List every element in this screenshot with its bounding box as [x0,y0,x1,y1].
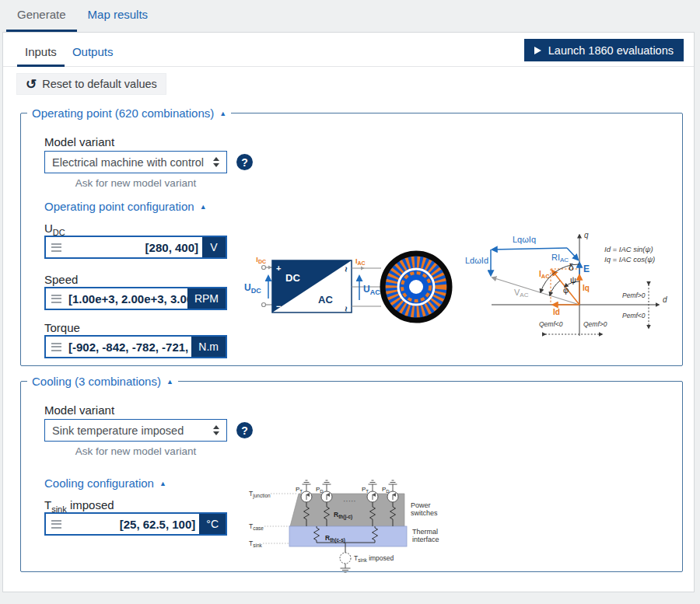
svg-text:PD: PD [382,486,390,494]
speed-input-group: [1.00e+3, 2.00e+3, 3.00 RPM [44,287,227,310]
cooling-model-variant-select[interactable]: Sink temperature imposed [44,419,227,442]
tab-generate[interactable]: Generate [6,0,77,32]
svg-text:Qemf>0: Qemf>0 [583,320,607,328]
svg-text:Pemf>0: Pemf>0 [622,292,646,299]
svg-text:−: − [276,302,281,311]
tab-inputs[interactable]: Inputs [17,37,65,67]
svg-text:+: + [276,264,281,273]
phasor-diagram: q d LqωIq LdωId RIAC E VAC IAC Iq Id [464,227,686,345]
svg-text:φ: φ [563,285,569,295]
svg-text:VAC: VAC [514,288,529,299]
reset-label: Reset to default values [42,78,157,90]
collapse-icon: ▲ [159,480,166,487]
udc-unit: V [202,237,226,257]
svg-text:Tsink: Tsink [249,539,263,548]
launch-evaluations-button[interactable]: Launch 1860 evaluations [524,39,684,61]
cooling-section: Cooling (3 combinations) ▲ Model variant… [20,375,683,572]
help-icon[interactable]: ? [236,422,253,438]
svg-text:ψ: ψ [570,275,576,285]
torque-input-group: [-902, -842, -782, -721, N.m [44,335,227,358]
svg-text:·····: ····· [343,497,356,505]
drag-handle-icon[interactable] [46,288,65,309]
udc-label: UDC [44,222,65,237]
svg-text:q: q [584,231,589,239]
thermal-stack-diagram: Tjunction Tcase Tsink PT [235,466,445,582]
tsink-input-group: [25, 62.5, 100] °C [44,512,227,536]
top-tab-bar: Generate Map results [0,0,159,32]
svg-text:PT: PT [296,486,303,494]
ask-new-model-variant-link[interactable]: Ask for new model variant [44,177,227,189]
svg-text:E: E [583,264,590,274]
svg-text:Id: Id [553,308,560,316]
torque-unit: N.m [191,337,226,357]
tsink-input[interactable]: [25, 62.5, 100] [65,514,199,534]
svg-text:LqωIq: LqωIq [513,235,536,244]
svg-text:PT: PT [362,486,369,494]
svg-text:Iq = IAC cos(ψ): Iq = IAC cos(ψ) [604,255,655,264]
udc-input[interactable]: [280, 400] [65,237,202,257]
uac-diagram-label: UAC [363,284,380,296]
svg-text:RIAC: RIAC [551,253,569,264]
motor-icon [383,253,450,320]
svg-text:~: ~ [340,306,351,312]
model-variant-label: Model variant [44,135,114,148]
ask-new-model-variant-link[interactable]: Ask for new model variant [44,445,227,457]
torque-input[interactable]: [-902, -842, -782, -721, [65,337,191,357]
speed-unit: RPM [187,288,226,309]
iac-label: IAC [355,257,366,266]
cooling-legend[interactable]: Cooling (3 combinations) ▲ [27,375,178,388]
svg-text:Tsink imposed: Tsink imposed [354,554,394,563]
operating-point-legend[interactable]: Operating point (620 combinations) ▲ [27,106,231,120]
reset-icon: ↺ [26,78,37,91]
svg-text:Tcase: Tcase [249,522,264,531]
tsink-unit: °C [199,514,226,534]
svg-text:Id = IAC sin(ψ): Id = IAC sin(ψ) [604,245,653,253]
model-variant-label: Model variant [44,403,114,417]
svg-text:interface: interface [412,536,439,543]
select-arrows-icon [213,425,219,435]
svg-text:~: ~ [340,267,351,272]
tab-map-results[interactable]: Map results [77,0,159,32]
tsink-label: Tsink imposed [44,498,114,514]
ac-label: AC [318,294,333,305]
svg-text:LdωId: LdωId [465,256,488,265]
svg-text:Iq: Iq [583,284,590,292]
tab-outputs[interactable]: Outputs [65,37,121,67]
svg-text:Pemf<0: Pemf<0 [622,312,646,319]
speed-label: Speed [44,273,78,288]
svg-text:Tjunction: Tjunction [249,490,271,499]
help-icon[interactable]: ? [236,154,253,170]
udc-diagram-label: UDC [244,282,261,295]
svg-text:δ: δ [569,262,574,273]
drag-handle-icon[interactable] [46,514,65,534]
collapse-icon: ▲ [166,378,173,386]
drag-handle-icon[interactable] [46,237,65,257]
reset-defaults-button[interactable]: ↺ Reset to default values [16,73,166,95]
operating-point-section: Operating point (620 combinations) ▲ Mod… [20,106,683,366]
select-arrows-icon [213,157,219,167]
generate-panel: Inputs Outputs Launch 1860 evaluations ↺… [2,32,695,592]
converter-motor-diagram: IDC UDC DC AC + − ~ ~ IAC UAC [243,243,453,332]
speed-input[interactable]: [1.00e+3, 2.00e+3, 3.00 [65,288,187,309]
torque-label: Torque [44,321,80,337]
udc-input-group: [280, 400] V [44,236,227,259]
dc-label: DC [285,272,300,284]
cooling-config-header[interactable]: Cooling configuration ▲ [44,477,166,490]
svg-text:PD: PD [316,486,324,494]
operating-point-config-header[interactable]: Operating point configuration ▲ [44,200,207,213]
play-icon [534,47,541,54]
svg-text:Power: Power [411,501,431,509]
svg-text:switches: switches [411,509,438,517]
collapse-icon: ▲ [219,110,226,117]
drag-handle-icon[interactable] [46,337,65,357]
svg-text:Thermal: Thermal [412,528,438,536]
model-variant-select[interactable]: Electrical machine with control [44,151,227,173]
launch-label: Launch 1860 evaluations [548,44,674,57]
svg-text:d: d [663,295,667,304]
collapse-icon: ▲ [200,203,207,211]
svg-text:Qemf<0: Qemf<0 [539,320,563,328]
idc-label: IDC [256,256,266,264]
